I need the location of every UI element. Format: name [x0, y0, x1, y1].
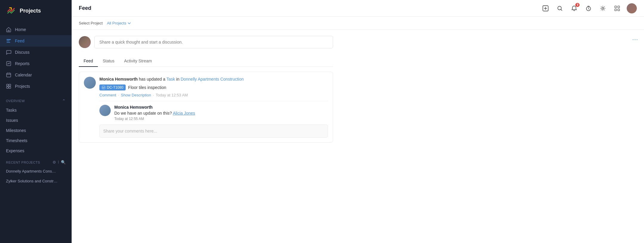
task-link[interactable]: Task [167, 77, 175, 81]
notifications-button[interactable]: 9 [569, 4, 579, 13]
add-button[interactable] [541, 4, 550, 13]
timer-button[interactable] [584, 4, 593, 13]
thought-input-row [79, 36, 333, 48]
settings-button[interactable] [598, 4, 608, 13]
chevron-down-icon [127, 21, 131, 25]
sidebar-item-projects-label: Projects [15, 84, 30, 89]
svg-rect-6 [7, 84, 8, 86]
author-name: Monica Hemsworth [99, 77, 138, 81]
thought-input[interactable] [94, 36, 333, 48]
header-actions: 9 [541, 3, 637, 13]
task-row: DC-T1080 Floor tiles inspection [99, 84, 328, 90]
feed-item-header-row: Monica Hemsworth has updated a Task in D… [84, 77, 328, 138]
app-logo: Projects [0, 0, 72, 21]
user-avatar[interactable] [627, 3, 637, 13]
sidebar-navigation: Home Feed Discuss Reports [0, 21, 72, 94]
current-user-avatar [79, 36, 91, 48]
apps-button[interactable] [612, 4, 622, 13]
plus-square-icon [542, 5, 549, 12]
more-options-button[interactable]: ⋯ [632, 36, 638, 43]
svg-point-11 [558, 6, 561, 10]
user-avatar-image [627, 3, 637, 13]
svg-rect-8 [7, 87, 8, 88]
projects-icon [6, 84, 11, 89]
sidebar-item-calendar[interactable]: Calendar [0, 69, 72, 81]
sidebar-item-tasks[interactable]: Tasks [0, 105, 72, 115]
main-content: Feed 9 [72, 0, 644, 243]
task-badge[interactable]: DC-T1080 [99, 84, 126, 90]
svg-rect-14 [615, 6, 617, 8]
tab-activity-stream[interactable]: Activity Stream [119, 56, 157, 67]
svg-rect-5 [7, 73, 11, 77]
overview-section-title: Overview ⌃ [0, 94, 72, 105]
svg-point-13 [602, 7, 604, 9]
svg-rect-9 [9, 87, 11, 88]
sidebar-item-expenses[interactable]: Expenses [0, 146, 72, 156]
feed-item-author-avatar [84, 77, 96, 89]
task-badge-icon [102, 86, 105, 89]
show-description-action[interactable]: Show Description [121, 93, 151, 97]
feed-icon [6, 38, 11, 44]
svg-rect-16 [615, 9, 617, 11]
tab-feed[interactable]: Feed [79, 56, 98, 67]
notification-count: 9 [575, 3, 580, 7]
sidebar-item-home[interactable]: Home [0, 24, 72, 35]
feed-content: Feed Status Activity Stream Monica Hemsw… [72, 30, 340, 152]
comment-author-name: Monica Hemsworth [114, 105, 328, 110]
reports-icon [6, 61, 11, 66]
comment-block: Monica Hemsworth Do we have an update on… [99, 101, 328, 121]
search-recent-icon[interactable]: 🔍 [61, 160, 66, 164]
feed-item-description: Monica Hemsworth has updated a Task in D… [99, 77, 328, 81]
comment-input-area[interactable]: Share your comments here... [99, 124, 328, 138]
recent-project-zylker[interactable]: Zylker Solutions and Constr… [0, 176, 72, 186]
mention-link[interactable]: Alicia Jones [173, 111, 195, 116]
recent-section-actions: ⚙ | 🔍 [53, 160, 66, 164]
svg-rect-2 [7, 41, 10, 41]
sidebar-item-feed-label: Feed [15, 39, 24, 43]
recent-project-donnelly[interactable]: Donnelly Apartments Cons… [0, 166, 72, 176]
sidebar-item-feed[interactable]: Feed [0, 35, 72, 47]
sidebar-item-timesheets[interactable]: Timesheets [0, 136, 72, 146]
project-selector-bar: Select Project All Projects [72, 17, 644, 30]
filter-icon[interactable]: ⚙ [53, 160, 56, 164]
sidebar-item-milestones[interactable]: Milestones [0, 125, 72, 136]
sidebar-item-projects[interactable]: Projects [0, 81, 72, 92]
comment-author-avatar [99, 105, 111, 116]
sidebar-item-issues[interactable]: Issues [0, 115, 72, 125]
search-icon [557, 5, 563, 11]
svg-rect-3 [7, 42, 10, 43]
feed-item-body: Monica Hemsworth has updated a Task in D… [99, 77, 328, 138]
comment-input-placeholder: Share your comments here... [103, 129, 157, 133]
sidebar-item-reports-label: Reports [15, 61, 30, 66]
sidebar-item-discuss-label: Discuss [15, 50, 30, 55]
grid-icon [614, 5, 620, 11]
svg-rect-17 [618, 9, 620, 11]
sidebar-item-discuss[interactable]: Discuss [0, 47, 72, 58]
all-projects-dropdown[interactable]: All Projects [107, 21, 131, 25]
svg-rect-15 [618, 6, 620, 8]
search-button[interactable] [555, 4, 565, 13]
logo-icon [6, 5, 17, 16]
project-link[interactable]: Donnelly Apartments Construction [181, 77, 244, 81]
sidebar-item-home-label: Home [15, 27, 26, 32]
sidebar-item-reports[interactable]: Reports [0, 58, 72, 69]
calendar-icon [6, 72, 11, 78]
sidebar: Projects Home Feed Discuss [0, 0, 72, 243]
comment-timestamp: Today at 12:55 AM [114, 117, 328, 121]
overview-collapse-icon[interactable]: ⌃ [62, 99, 66, 103]
feed-item-actions: Comment · Show Description · Today at 12… [99, 93, 328, 97]
tab-status[interactable]: Status [98, 56, 119, 67]
home-icon [6, 27, 11, 32]
recent-projects-section-title: Recent Projects ⚙ | 🔍 [0, 156, 72, 166]
app-name: Projects [20, 8, 41, 14]
task-name: Floor tiles inspection [128, 85, 166, 90]
discuss-icon [6, 50, 11, 55]
sidebar-item-calendar-label: Calendar [15, 73, 32, 77]
feed-item: Monica Hemsworth has updated a Task in D… [79, 72, 333, 143]
header: Feed 9 [72, 0, 644, 17]
feed-area: Select Project All Projects Feed [72, 17, 644, 243]
comment-content: Monica Hemsworth Do we have an update on… [114, 105, 328, 121]
current-user-avatar-image [79, 36, 91, 48]
comment-action[interactable]: Comment [99, 93, 116, 97]
svg-rect-7 [9, 84, 11, 86]
